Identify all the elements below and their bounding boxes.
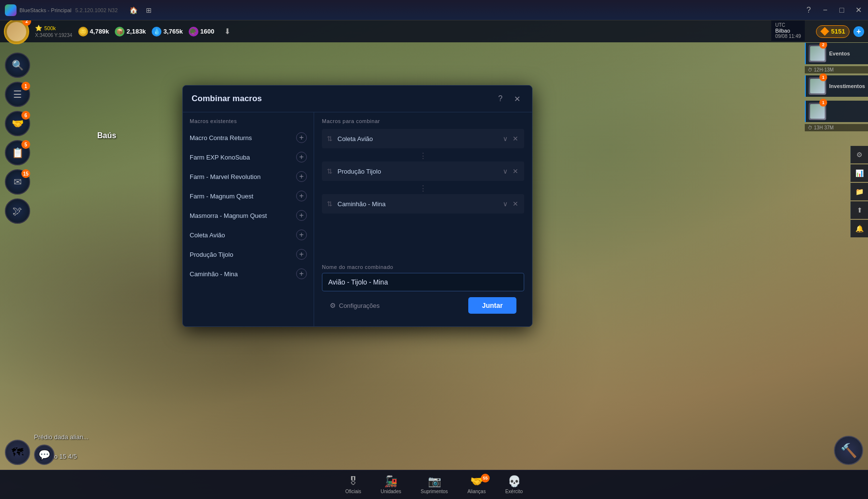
predio-info: Prédio dada alian... <box>34 433 89 441</box>
combine-item-actions-3: ∨ ✕ <box>502 199 519 209</box>
macro-name-input[interactable] <box>322 273 524 291</box>
modal-header: Combinar macros ? ✕ <box>183 86 532 112</box>
investimentos-badge: 1 <box>819 73 827 81</box>
diamond-count[interactable]: 5151 <box>816 25 850 38</box>
tab-aliancas[interactable]: 🤝 Alianças 55 <box>467 476 486 494</box>
remove-icon-1[interactable]: ✕ <box>512 134 519 143</box>
modal-header-icons: ? ✕ <box>494 92 523 105</box>
modal-body: Macros existentes Macro Contra Returns +… <box>183 112 532 326</box>
modal-footer: ⚙ Configurações Juntar <box>322 297 524 321</box>
tab-unidades[interactable]: 🚂 Unidades <box>381 476 401 494</box>
combine-item-3: ⇅ Caminhão - Mina ∨ ✕ <box>322 194 524 214</box>
macro-item-1[interactable]: Macro Contra Returns + <box>183 128 314 147</box>
tab-oficiais[interactable]: 🎖 Oficiais <box>345 476 361 494</box>
help-button[interactable]: ? <box>801 2 816 18</box>
layers-icon[interactable]: ⊞ <box>142 3 156 17</box>
macro-item-name-5: Masmorra - Magnum Quest <box>190 212 267 219</box>
player-section: 2 <box>4 19 29 44</box>
macro-item-4[interactable]: Farm - Magnum Quest + <box>183 186 314 206</box>
macro-item-2[interactable]: Farm EXP KonoSuba + <box>183 147 314 167</box>
bird-button[interactable]: 🕊 <box>5 198 30 224</box>
far-right-icon-1[interactable]: ⚙ <box>850 146 868 163</box>
settings-link[interactable]: ⚙ Configurações <box>330 302 380 309</box>
topbar-icons: 🏠 ⊞ <box>126 3 156 17</box>
far-right-icon-3[interactable]: 📁 <box>850 183 868 200</box>
combine-item-name-3: Caminhão - Mina <box>337 200 502 208</box>
combine-macros-label: Macros para combinar <box>322 118 524 124</box>
macro-add-btn-2[interactable]: + <box>296 152 307 162</box>
baus-label: Baús <box>97 131 116 140</box>
macro-item-5[interactable]: Masmorra - Magnum Quest + <box>183 206 314 225</box>
gear-icon: ⚙ <box>330 302 336 309</box>
macro-item-name-2: Farm EXP KonoSuba <box>190 154 250 161</box>
join-button[interactable]: Juntar <box>468 297 516 314</box>
map-button[interactable]: 🗺 <box>5 440 30 465</box>
tab-exercito[interactable]: 💀 Exército <box>505 476 523 494</box>
resource-bar: 2 ⭐ 500k X:34006 Y:19234 🪙 4,789k 📦 2,18… <box>0 20 722 42</box>
macro-item-3[interactable]: Farm - Marvel Revolution + <box>183 167 314 186</box>
modal-close-button[interactable]: ✕ <box>511 92 523 105</box>
eventos-card[interactable]: Macros existentes Eventos 2 <box>805 43 868 64</box>
drag-handle-2[interactable]: ⇅ <box>327 167 333 175</box>
player-info: ⭐ 500k X:34006 Y:19234 <box>35 25 72 38</box>
oil-resource: 💧 3,765k <box>152 27 183 36</box>
minimize-button[interactable]: − <box>817 2 833 18</box>
far-right-icon-2[interactable]: 📊 <box>850 164 868 182</box>
macro-add-btn-6[interactable]: + <box>296 230 307 240</box>
macro-add-btn-7[interactable]: + <box>296 249 307 260</box>
existing-macros-label: Macros existentes <box>183 118 314 128</box>
macro-item-name-7: Produção Tijolo <box>190 251 233 258</box>
cash-icon: 🪖 <box>189 27 198 36</box>
macro-add-btn-8[interactable]: + <box>296 268 307 279</box>
far-right-icon-4[interactable]: ⬆ <box>850 201 868 219</box>
chat-button[interactable]: 💬 <box>34 445 54 465</box>
modal-help-button[interactable]: ? <box>494 92 507 105</box>
chevron-down-icon-1[interactable]: ∨ <box>502 134 509 143</box>
macro-item-name-4: Farm - Magnum Quest <box>190 193 253 200</box>
clipboard-badge: 5 <box>21 140 30 149</box>
combine-item-2: ⇅ Produção Tijolo ∨ ✕ <box>322 161 524 181</box>
event-card-3[interactable]: 1 <box>805 101 868 122</box>
mail-button[interactable]: ✉ 15 <box>5 169 30 195</box>
timer-eventos: ⏱ 12H·13M <box>805 66 868 73</box>
clipboard-button[interactable]: 📋 5 <box>5 140 30 165</box>
bottom-bar: 🎖 Oficiais 🚂 Unidades 📷 Suprimentos 🤝 Al… <box>0 470 868 499</box>
remove-icon-2[interactable]: ✕ <box>512 166 519 176</box>
close-button[interactable]: ✕ <box>850 2 866 18</box>
combine-item-actions-1: ∨ ✕ <box>502 134 519 143</box>
topbar: BlueStacks - Principal 5.2.120.1002 N32 … <box>0 0 868 20</box>
macro-item-6[interactable]: Coleta Avião + <box>183 225 314 245</box>
between-drag-1: ⋮ <box>322 150 524 161</box>
oficiais-icon: 🎖 <box>345 476 361 487</box>
chevron-down-icon-3[interactable]: ∨ <box>502 199 509 209</box>
macro-item-8[interactable]: Caminhão - Mina + <box>183 264 314 284</box>
alliance-button[interactable]: 🤝 6 <box>5 111 30 136</box>
add-diamonds-button[interactable]: + <box>853 26 864 37</box>
food-icon: 📦 <box>115 27 124 36</box>
macro-add-btn-1[interactable]: + <box>296 132 307 143</box>
tab-suprimentos[interactable]: 📷 Suprimentos <box>421 476 448 494</box>
eventos-label-text: Eventos <box>829 51 850 56</box>
download-button[interactable]: ⬇ <box>224 27 230 36</box>
macro-item-7[interactable]: Produção Tijolo + <box>183 245 314 264</box>
macro-add-btn-4[interactable]: + <box>296 191 307 201</box>
list-button[interactable]: ☰ 1 <box>5 82 30 107</box>
exercito-icon: 💀 <box>506 476 522 487</box>
search-button[interactable]: 🔍 <box>5 53 30 78</box>
macro-item-name-1: Macro Contra Returns <box>190 134 252 142</box>
far-right-icon-5[interactable]: 🔔 <box>850 220 868 237</box>
macro-add-btn-3[interactable]: + <box>296 171 307 182</box>
timer-event3: ⏱ 13H 37M <box>805 124 868 131</box>
drag-handle-3[interactable]: ⇅ <box>327 200 333 208</box>
home-icon[interactable]: 🏠 <box>126 3 140 17</box>
drag-handle-1[interactable]: ⇅ <box>327 135 333 143</box>
macro-add-btn-5[interactable]: + <box>296 210 307 221</box>
maximize-button[interactable]: □ <box>834 2 850 18</box>
alliance-badge: 6 <box>21 111 30 120</box>
investimentos-card[interactable]: Investimentos 1 <box>805 75 868 97</box>
combine-item-1: ⇅ Coleta Avião ∨ ✕ <box>322 129 524 148</box>
chevron-down-icon-2[interactable]: ∨ <box>502 166 509 176</box>
far-right-icons: ⚙ 📊 📁 ⬆ 🔔 <box>850 146 868 237</box>
remove-icon-3[interactable]: ✕ <box>512 199 519 209</box>
build-button[interactable]: 🔨 <box>834 436 863 465</box>
